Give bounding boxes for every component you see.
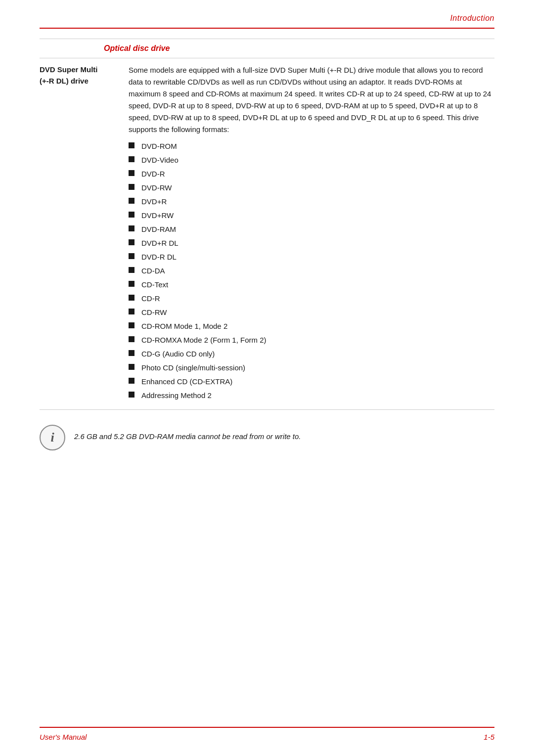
content-table: DVD Super Multi (+-R DL) drive Some mode…	[40, 58, 494, 410]
list-item: CD-DA	[129, 265, 494, 277]
format-label: DVD+R	[141, 196, 167, 208]
list-item: DVD-RW	[129, 182, 494, 194]
format-label: Enhanced CD (CD-EXTRA)	[141, 376, 232, 388]
header-title: Introduction	[450, 14, 494, 23]
format-label: DVD-Video	[141, 154, 178, 166]
format-label: CD-RW	[141, 307, 167, 318]
page-header: Introduction	[40, 0, 494, 29]
list-item: Photo CD (single/multi-session)	[129, 362, 494, 374]
list-item: CD-ROM Mode 1, Mode 2	[129, 320, 494, 332]
format-label: CD-ROMXA Mode 2 (Form 1, Form 2)	[141, 334, 267, 346]
section-title: Optical disc drive	[104, 44, 170, 52]
bullet-icon	[129, 239, 134, 245]
bullet-icon	[129, 378, 134, 384]
format-label: DVD+R DL	[141, 237, 178, 249]
format-label: DVD-R	[141, 168, 165, 180]
list-item: DVD+RW	[129, 210, 494, 222]
bullet-icon	[129, 225, 134, 231]
info-icon-letter: i	[50, 430, 54, 445]
drive-description: Some models are equipped with a full-siz…	[129, 64, 494, 135]
format-label: DVD-RAM	[141, 223, 176, 235]
bullet-icon	[129, 142, 134, 148]
list-item: CD-Text	[129, 279, 494, 291]
bullet-icon	[129, 295, 134, 301]
format-label: Photo CD (single/multi-session)	[141, 362, 245, 374]
bullet-icon	[129, 267, 134, 273]
format-label: DVD-RW	[141, 182, 172, 194]
note-box: i 2.6 GB and 5.2 GB DVD-RAM media cannot…	[40, 415, 494, 460]
list-item: DVD+R DL	[129, 237, 494, 249]
list-item: DVD-Video	[129, 154, 494, 166]
bullet-icon	[129, 322, 134, 328]
list-item: DVD-R	[129, 168, 494, 180]
drive-content: Some models are equipped with a full-siz…	[129, 58, 494, 410]
list-item: DVD-R DL	[129, 251, 494, 263]
bullet-icon	[129, 392, 134, 398]
section-title-row: Optical disc drive	[40, 39, 494, 58]
footer-manual-label: User's Manual	[40, 733, 87, 741]
format-label: CD-DA	[141, 265, 165, 277]
format-label: CD-G (Audio CD only)	[141, 348, 215, 360]
bullet-icon	[129, 198, 134, 204]
format-label: CD-R	[141, 293, 160, 305]
format-label: Addressing Method 2	[141, 390, 212, 401]
bullet-icon	[129, 281, 134, 287]
bullet-icon	[129, 364, 134, 370]
bullet-icon	[129, 156, 134, 162]
list-item: CD-G (Audio CD only)	[129, 348, 494, 360]
format-label: DVD-ROM	[141, 140, 177, 152]
list-item: DVD-RAM	[129, 223, 494, 235]
drive-row: DVD Super Multi (+-R DL) drive Some mode…	[40, 58, 494, 410]
list-item: DVD+R	[129, 196, 494, 208]
bullet-icon	[129, 309, 134, 314]
format-label: DVD+RW	[141, 210, 174, 222]
bullet-icon	[129, 184, 134, 190]
list-item: DVD-ROM	[129, 140, 494, 152]
format-label: CD-Text	[141, 279, 168, 291]
format-label: CD-ROM Mode 1, Mode 2	[141, 320, 227, 332]
info-icon: i	[40, 425, 65, 450]
list-item: Addressing Method 2	[129, 390, 494, 401]
note-text: 2.6 GB and 5.2 GB DVD-RAM media cannot b…	[74, 425, 301, 443]
bullet-icon	[129, 350, 134, 356]
list-item: Enhanced CD (CD-EXTRA)	[129, 376, 494, 388]
format-label: DVD-R DL	[141, 251, 177, 263]
bullet-icon	[129, 170, 134, 176]
footer-page-number: 1-5	[484, 733, 494, 741]
format-list: DVD-ROMDVD-VideoDVD-RDVD-RWDVD+RDVD+RWDV…	[129, 140, 494, 403]
list-item: CD-RW	[129, 307, 494, 318]
bullet-icon	[129, 336, 134, 342]
page-footer: User's Manual 1-5	[40, 727, 494, 741]
drive-label: DVD Super Multi (+-R DL) drive	[40, 58, 129, 410]
list-item: CD-ROMXA Mode 2 (Form 1, Form 2)	[129, 334, 494, 346]
list-item: CD-R	[129, 293, 494, 305]
bullet-icon	[129, 253, 134, 259]
bullet-icon	[129, 212, 134, 218]
